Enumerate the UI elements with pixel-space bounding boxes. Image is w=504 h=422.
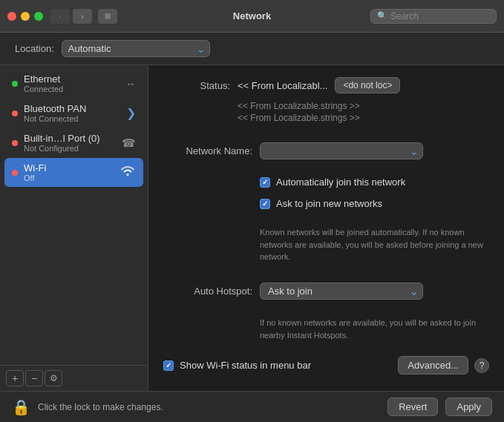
spacer1: [163, 131, 489, 135]
join-info-text: Known networks will be joined automatica…: [260, 226, 489, 263]
ask-join-checkbox[interactable]: ✓: [260, 199, 270, 209]
sidebar-item-bluetooth-pan[interactable]: Bluetooth PAN Not Connected ❯: [4, 99, 143, 128]
grid-button[interactable]: ⊞: [98, 9, 117, 24]
sidebar-item-ethernet[interactable]: Ethernet Connected ↔: [4, 69, 143, 98]
spacer5: [163, 307, 489, 309]
hotspot-select[interactable]: Ask to join Automatic Never: [260, 283, 423, 300]
show-wifi-check: ✓: [166, 361, 171, 369]
ask-join-check: ✓: [262, 200, 268, 208]
bottom-bar: 🔒 Click the lock to make changes. Revert…: [0, 391, 504, 422]
show-wifi-checkbox[interactable]: ✓: [163, 360, 174, 371]
ethernet-status: Connected: [24, 85, 121, 93]
sidebar-item-builtin[interactable]: Built-in…l Port (0) Not Configured ☎: [4, 128, 143, 157]
traffic-lights: [7, 12, 43, 21]
apply-button[interactable]: Apply: [445, 398, 492, 416]
auto-join-label: Automatically join this network: [276, 177, 405, 188]
status-field-label: Status:: [163, 80, 230, 91]
bluetooth-icon: ❯: [126, 106, 136, 120]
spacer4: [163, 271, 489, 275]
builtin-name: Built-in…l Port (0): [24, 133, 117, 144]
wifi-status-left: ✓ Show Wi-Fi status in menu bar: [163, 360, 311, 371]
location-label: Location:: [15, 43, 54, 54]
network-settings-button[interactable]: ⚙: [45, 370, 62, 386]
status-dot-wifi: [12, 170, 18, 176]
main-content: Location: Automatic Edit Locations… ⌄ Et…: [0, 33, 504, 422]
lock-icon: 🔒: [12, 398, 30, 416]
network-name-wrapper: ⌄: [260, 142, 423, 159]
localizable-strings: << From Localizable.strings >> << From L…: [238, 101, 489, 123]
search-input[interactable]: [390, 11, 490, 22]
hotspot-row: Auto Hotspot: Ask to join Automatic Neve…: [163, 283, 489, 300]
bluetooth-status: Not Connected: [24, 114, 122, 123]
bluetooth-name: Bluetooth PAN: [24, 103, 122, 114]
hotspot-label: Auto Hotspot:: [163, 286, 252, 297]
back-button[interactable]: ‹: [50, 9, 70, 24]
nav-buttons: ‹ › ⊞: [50, 9, 117, 24]
sidebar: Ethernet Connected ↔ Bluetooth PAN Not C…: [0, 65, 148, 391]
do-not-loc-button[interactable]: <do not loc>: [335, 77, 400, 93]
revert-button[interactable]: Revert: [387, 398, 438, 416]
hotspot-select-wrapper: Ask to join Automatic Never ⌄: [260, 283, 423, 300]
wifi-icon: [120, 165, 136, 180]
detail-panel: Status: << From Localizabl... <do not lo…: [148, 65, 504, 391]
forward-button[interactable]: ›: [73, 9, 92, 24]
sidebar-list: Ethernet Connected ↔ Bluetooth PAN Not C…: [0, 65, 148, 365]
ask-join-row: ✓ Ask to join new networks: [260, 198, 489, 209]
status-dot-ethernet: [12, 81, 18, 87]
status-dot-builtin: [12, 140, 18, 146]
phone-icon: ☎: [122, 136, 136, 150]
search-box: 🔍: [370, 9, 497, 24]
status-value: << From Localizabl...: [238, 80, 327, 91]
remove-network-button[interactable]: −: [25, 370, 43, 386]
network-name-select[interactable]: [260, 142, 423, 159]
location-select[interactable]: Automatic Edit Locations…: [62, 40, 210, 57]
status-row: Status: << From Localizabl... <do not lo…: [163, 77, 489, 93]
builtin-status: Not Configured: [24, 144, 117, 153]
wifi-name: Wi-Fi: [24, 162, 115, 174]
location-bar: Location: Automatic Edit Locations… ⌄: [0, 33, 504, 65]
auto-join-row: ✓ Automatically join this network: [260, 177, 489, 188]
sidebar-toolbar: + − ⚙: [0, 365, 148, 391]
lock-text: Click the lock to make changes.: [38, 402, 380, 412]
network-name-row: Network Name: ⌄: [163, 142, 489, 159]
ask-join-label: Ask to join new networks: [276, 198, 382, 209]
ethernet-icon: ↔: [125, 78, 136, 90]
window-title: Network: [233, 10, 271, 22]
close-button[interactable]: [7, 12, 16, 21]
add-network-button[interactable]: +: [6, 370, 24, 386]
auto-join-checkbox[interactable]: ✓: [260, 177, 270, 188]
status-dot-bluetooth: [12, 111, 18, 116]
localizable-line1: << From Localizable.strings >>: [238, 101, 489, 111]
help-button[interactable]: ?: [474, 358, 489, 373]
spacer3: [163, 217, 489, 219]
advanced-button[interactable]: Advanced...: [398, 356, 468, 375]
spacer2: [163, 167, 489, 169]
body-layout: Ethernet Connected ↔ Bluetooth PAN Not C…: [0, 65, 504, 391]
sidebar-item-wifi[interactable]: Wi-Fi Off: [4, 158, 143, 187]
show-wifi-label: Show Wi-Fi status in menu bar: [180, 360, 311, 371]
wifi-status-row: ✓ Show Wi-Fi status in menu bar Advanced…: [163, 356, 489, 379]
wifi-status: Off: [24, 174, 115, 182]
location-select-wrapper: Automatic Edit Locations… ⌄: [62, 40, 210, 57]
search-icon: 🔍: [377, 11, 387, 21]
network-name-label: Network Name:: [163, 145, 252, 156]
wifi-status-right: Advanced... ?: [398, 356, 489, 375]
maximize-button[interactable]: [34, 12, 43, 21]
titlebar: ‹ › ⊞ Network 🔍: [0, 0, 504, 33]
ethernet-name: Ethernet: [24, 73, 121, 85]
localizable-line2: << From Localizable.strings >>: [238, 113, 489, 123]
minimize-button[interactable]: [21, 12, 30, 21]
auto-join-check: ✓: [262, 178, 268, 186]
hotspot-info-text: If no known networks are available, you …: [260, 317, 489, 341]
